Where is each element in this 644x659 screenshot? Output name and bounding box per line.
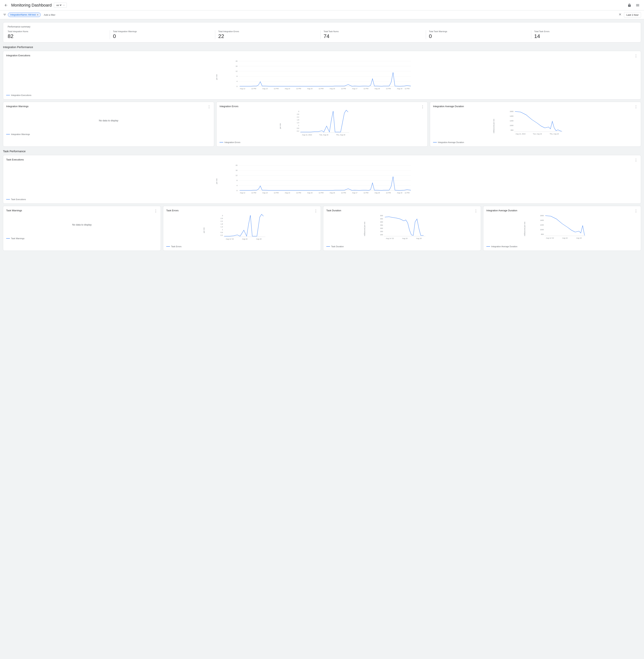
integration-executions-legend: Integration Executions <box>6 94 638 96</box>
svg-text:Aug 14, 2022: Aug 14, 2022 <box>302 134 312 136</box>
filter-chip-close[interactable]: × <box>37 14 38 16</box>
svg-text:2.2: 2.2 <box>221 220 223 222</box>
integration-errors-menu[interactable]: ⋮ <box>420 104 425 109</box>
metric-value-3: 74 <box>324 33 423 39</box>
add-filter-button[interactable]: Add a filter <box>42 13 57 17</box>
task-avg-duration-legend: Integration Average Duration <box>486 245 638 248</box>
svg-text:16: 16 <box>236 169 237 171</box>
svg-text:1.4: 1.4 <box>221 226 223 228</box>
svg-text:Aug 14: Aug 14 <box>285 88 290 90</box>
metric-value-1: 0 <box>113 33 212 39</box>
svg-text:per min: per min <box>203 227 205 233</box>
metric-value-5: 14 <box>534 33 633 39</box>
metric-task-warnings: Total Task Warnings 0 <box>426 30 531 39</box>
filter-icon <box>3 13 6 17</box>
integration-executions-chart: 20 16 12 8 4 0 per min Aug 12 12 PM Aug … <box>6 58 638 92</box>
task-executions-row: Task Executions ⋮ 20 16 12 8 4 0 per min… <box>3 155 641 204</box>
svg-text:Aug 16: Aug 16 <box>242 238 248 240</box>
svg-text:200: 200 <box>380 234 383 236</box>
task-integration-avg-duration-menu[interactable]: ⋮ <box>633 208 639 213</box>
svg-text:Aug 12: Aug 12 <box>240 192 245 194</box>
integration-warnings-title: Integration Warnings <box>6 105 211 108</box>
svg-text:1: 1 <box>222 229 223 231</box>
task-executions-menu[interactable]: ⋮ <box>633 157 639 163</box>
svg-text:12 PM: 12 PM <box>405 88 410 90</box>
svg-text:12 PM: 12 PM <box>274 192 279 194</box>
legend-label: Task Executions <box>11 198 26 201</box>
task-errors-menu[interactable]: ⋮ <box>313 208 318 213</box>
metric-integration-nums: Total Integration Nums 82 <box>8 30 110 39</box>
integration-warnings-menu[interactable]: ⋮ <box>206 104 212 109</box>
svg-text:0.6: 0.6 <box>297 127 299 129</box>
integration-avg-duration-menu[interactable]: ⋮ <box>633 104 639 109</box>
svg-text:4: 4 <box>236 81 237 82</box>
integration-executions-card: Integration Executions ⋮ 20 16 12 8 4 0 … <box>3 51 641 99</box>
svg-text:3: 3 <box>298 111 299 112</box>
svg-text:250: 250 <box>380 231 383 232</box>
summary-metrics: Total Integration Nums 82 Total Integrat… <box>8 30 636 39</box>
svg-text:1200: 1200 <box>540 224 544 226</box>
svg-text:Aug 14: Aug 14 <box>285 192 290 194</box>
svg-text:Aug 13: Aug 13 <box>262 192 268 194</box>
task-executions-chart: 20 16 12 8 4 0 per min Aug 12 12 PM Aug … <box>6 162 638 196</box>
svg-text:per min: per min <box>216 178 218 184</box>
task-errors-card: Task Errors ⋮ 3 2.6 2.2 1.8 1.4 1 0.6 0.… <box>163 206 321 251</box>
svg-text:Aug 14, 2022: Aug 14, 2022 <box>515 133 526 135</box>
svg-text:0: 0 <box>236 190 237 191</box>
svg-text:0: 0 <box>236 86 237 87</box>
integration-avg-duration-chart: 1600 1400 1200 1000 800 millisecond per … <box>433 109 638 139</box>
svg-text:0.6: 0.6 <box>221 231 223 233</box>
task-executions-title: Task Executions <box>6 158 638 161</box>
svg-text:Aug 16: Aug 16 <box>330 88 335 90</box>
svg-text:Thu, Aug 18: Thu, Aug 18 <box>336 134 345 136</box>
region-selector[interactable]: us eu ap <box>54 3 67 8</box>
svg-text:Thu, Aug 18: Thu, Aug 18 <box>550 133 559 135</box>
svg-text:12 PM: 12 PM <box>386 192 391 194</box>
svg-text:12 PM: 12 PM <box>296 88 301 90</box>
task-executions-card: Task Executions ⋮ 20 16 12 8 4 0 per min… <box>3 155 641 204</box>
svg-text:12 PM: 12 PM <box>251 192 256 194</box>
svg-text:1400: 1400 <box>510 115 513 117</box>
task-duration-menu[interactable]: ⋮ <box>473 208 479 213</box>
svg-text:1: 1 <box>298 124 299 127</box>
metric-label-3: Total Task Nums <box>324 30 423 32</box>
svg-text:0.2: 0.2 <box>297 130 299 132</box>
integration-avg-duration-card: Integration Average Duration ⋮ 1600 1400… <box>430 102 641 146</box>
svg-text:Aug 18: Aug 18 <box>576 237 582 239</box>
filter-clear-button[interactable] <box>618 12 622 18</box>
integration-executions-title: Integration Executions <box>6 54 638 57</box>
svg-text:Aug 13: Aug 13 <box>262 88 268 90</box>
svg-text:12 PM: 12 PM <box>341 192 346 194</box>
region-dropdown[interactable]: us eu ap <box>55 4 62 7</box>
back-button[interactable] <box>3 2 9 8</box>
main-content: Performance summary Total Integration Nu… <box>0 19 644 257</box>
task-warnings-legend: Task Warnings <box>6 237 158 240</box>
svg-text:450: 450 <box>380 218 383 220</box>
integration-performance-title: Integration Performance <box>3 45 641 49</box>
time-range-button[interactable]: Last 1 hour <box>624 12 641 18</box>
svg-text:12 PM: 12 PM <box>274 88 279 90</box>
integration-errors-chart: 3 2.6 2.2 1.8 1.4 1 0.6 0.2 per min Aug … <box>220 109 424 139</box>
legend-label: Task Duration <box>331 245 344 248</box>
svg-text:500: 500 <box>380 215 383 217</box>
task-warnings-menu[interactable]: ⋮ <box>153 208 158 213</box>
svg-text:Aug 16: Aug 16 <box>402 237 408 240</box>
settings-icon-button[interactable] <box>634 2 641 8</box>
svg-text:350: 350 <box>380 224 383 226</box>
svg-text:1.4: 1.4 <box>297 122 299 123</box>
integration-errors-card: Integration Errors ⋮ 3 2.6 2.2 1.8 1.4 1… <box>216 102 428 146</box>
task-errors-title: Task Errors <box>166 209 318 212</box>
filter-chip[interactable]: IntegrationName: AM-test × <box>8 13 41 17</box>
lock-icon-button[interactable] <box>626 2 633 8</box>
svg-text:millisecond per min: millisecond per min <box>524 222 526 236</box>
svg-text:2.6: 2.6 <box>297 113 299 115</box>
integration-executions-menu[interactable]: ⋮ <box>633 53 639 59</box>
time-range-label: Last 1 hour <box>626 14 639 16</box>
svg-text:Aug 16: Aug 16 <box>330 192 335 194</box>
integration-errors-title: Integration Errors <box>220 105 424 108</box>
svg-text:Aug 19: Aug 19 <box>397 192 402 194</box>
metric-value-0: 82 <box>8 33 107 39</box>
svg-text:Aug 15: Aug 15 <box>307 88 313 90</box>
svg-text:1400: 1400 <box>540 219 544 221</box>
integration-avg-duration-legend: Integration Average Duration <box>433 141 638 143</box>
